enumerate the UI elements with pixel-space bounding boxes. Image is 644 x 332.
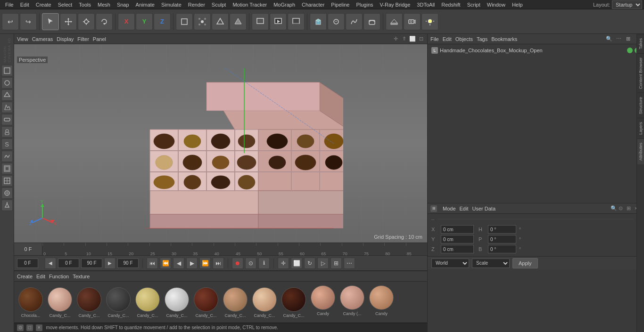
sidebar-btn-4[interactable] bbox=[1, 102, 13, 113]
obj-menu-file[interactable]: File bbox=[430, 36, 439, 42]
render-region-button[interactable] bbox=[252, 13, 269, 30]
attr-icon-2[interactable]: ⊙ bbox=[619, 205, 625, 212]
obj-visible-dot[interactable] bbox=[627, 48, 633, 53]
sidebar-btn-3[interactable] bbox=[1, 89, 13, 101]
obj-row-0[interactable]: L Handmade_Chocolates_Box_Mockup_Open bbox=[429, 46, 642, 55]
coord-z-pos[interactable] bbox=[441, 245, 474, 253]
coord-y-pos[interactable] bbox=[441, 235, 474, 243]
viewport-icon-3[interactable]: ⬜ bbox=[409, 36, 416, 42]
frame-indicator[interactable]: 0 F bbox=[14, 243, 42, 255]
menu-edit[interactable]: Edit bbox=[17, 0, 33, 9]
deform-button[interactable] bbox=[363, 13, 380, 30]
sidebar-btn-7[interactable]: S bbox=[1, 138, 13, 150]
material-item-1[interactable]: Candy_C... bbox=[46, 287, 74, 318]
obj-filter-icon[interactable]: ⋯ bbox=[615, 35, 622, 43]
menu-file[interactable]: File bbox=[2, 0, 17, 9]
sidebar-btn-9[interactable] bbox=[1, 163, 13, 174]
sidebar-btn-8[interactable] bbox=[1, 151, 13, 162]
pb-grid-tool[interactable]: ⊞ bbox=[330, 258, 342, 269]
move-button[interactable] bbox=[60, 13, 77, 30]
obj-menu-edit[interactable]: Edit bbox=[443, 36, 452, 42]
status-icon-1[interactable]: ⊙ bbox=[17, 324, 24, 331]
3d-scene[interactable]: Perspective X Y Z bbox=[14, 44, 427, 243]
cube-button[interactable] bbox=[310, 13, 327, 30]
sidebar-btn-1[interactable] bbox=[1, 65, 13, 76]
pb-play[interactable]: ▶ bbox=[186, 258, 198, 269]
status-icon-3[interactable]: × bbox=[36, 324, 42, 331]
pb-loop[interactable]: ⊙ bbox=[245, 258, 256, 269]
pb-next-frame[interactable]: ⏩ bbox=[199, 258, 211, 269]
mat-menu-edit[interactable]: Edit bbox=[36, 274, 45, 279]
menu-select[interactable]: Select bbox=[55, 0, 76, 9]
timeline[interactable]: 0 F 051015202530354045505560657075808590 bbox=[14, 243, 427, 256]
rotate-button[interactable] bbox=[96, 13, 113, 30]
render-button[interactable] bbox=[288, 13, 305, 30]
viewport[interactable]: View Cameras Display Filter Panel ✛ ⇑ ⬜ … bbox=[14, 34, 427, 243]
pb-play-back[interactable]: ◀ bbox=[173, 258, 184, 269]
menu-mograph[interactable]: MoGraph bbox=[270, 0, 298, 9]
menu-motion-tracker[interactable]: Motion Tracker bbox=[229, 0, 270, 9]
viewport-icon-4[interactable]: ⊡ bbox=[418, 36, 424, 42]
material-item-5[interactable]: Candy_C... bbox=[163, 287, 190, 318]
vtab-layers[interactable]: Layers bbox=[637, 118, 644, 138]
material-item-r2-0[interactable]: Candy bbox=[309, 285, 337, 316]
menu-tools[interactable]: Tools bbox=[75, 0, 94, 9]
mat-menu-create[interactable]: Create bbox=[17, 274, 33, 279]
menu-snap[interactable]: Snap bbox=[114, 0, 132, 9]
vtab-attributes[interactable]: Attributes bbox=[637, 138, 644, 164]
edge-mode-button[interactable] bbox=[212, 13, 229, 30]
layout-select[interactable]: Startup bbox=[612, 0, 642, 9]
pb-play2[interactable]: ▷ bbox=[317, 258, 329, 269]
obj-search-icon[interactable]: 🔍 bbox=[605, 35, 613, 43]
point-mode-button[interactable] bbox=[194, 13, 211, 30]
viewport-icon-1[interactable]: ✛ bbox=[392, 36, 399, 42]
material-item-6[interactable]: Candy_C... bbox=[192, 287, 220, 318]
coord-h-rot[interactable] bbox=[488, 225, 516, 234]
menu-animate[interactable]: Animate bbox=[132, 0, 158, 9]
viewport-menu-view[interactable]: View bbox=[17, 36, 28, 42]
mat-menu-texture[interactable]: Texture bbox=[73, 274, 90, 279]
scale-select[interactable]: ScaleMoveRotate bbox=[472, 259, 510, 268]
menu-vray[interactable]: V-Ray Bridge bbox=[377, 0, 414, 9]
pb-info[interactable]: ℹ bbox=[258, 258, 270, 269]
obj-menu-objects[interactable]: Objects bbox=[455, 36, 473, 42]
axis-x-button[interactable]: X bbox=[118, 13, 135, 30]
menu-character[interactable]: Character bbox=[298, 0, 328, 9]
obj-menu-tags[interactable]: Tags bbox=[477, 36, 487, 42]
sidebar-btn-6[interactable] bbox=[1, 126, 13, 138]
vtab-takes[interactable]: Takes bbox=[637, 34, 644, 53]
select-live-button[interactable] bbox=[42, 13, 59, 30]
material-item-8[interactable]: Candy_C... bbox=[251, 287, 278, 318]
world-select[interactable]: WorldObjectCamera bbox=[431, 259, 469, 268]
polygon-mode-button[interactable] bbox=[230, 13, 247, 30]
axis-z-button[interactable]: Z bbox=[154, 13, 171, 30]
viewport-menu-filter[interactable]: Filter bbox=[77, 36, 89, 42]
material-item-4[interactable]: Candy_C... bbox=[134, 287, 161, 318]
viewport-menu-panel[interactable]: Panel bbox=[93, 36, 106, 42]
mat-menu-function[interactable]: Function bbox=[49, 274, 69, 279]
obj-menu-bookmarks[interactable]: Bookmarks bbox=[491, 36, 517, 42]
object-mode-button[interactable] bbox=[176, 13, 193, 30]
pb-frame-tool[interactable]: ⬜ bbox=[291, 258, 302, 269]
material-item-0[interactable]: Chocola... bbox=[17, 287, 44, 318]
menu-redshift[interactable]: Redshift bbox=[438, 0, 463, 9]
viewport-icon-2[interactable]: ⇑ bbox=[401, 36, 407, 42]
sidebar-btn-5[interactable] bbox=[1, 114, 13, 125]
axis-y-button[interactable]: Y bbox=[136, 13, 153, 30]
pen-button[interactable] bbox=[328, 13, 345, 30]
menu-window[interactable]: Window bbox=[484, 0, 509, 9]
sidebar-btn-12[interactable] bbox=[1, 200, 13, 211]
apply-button[interactable]: Apply bbox=[512, 258, 538, 268]
pb-record[interactable]: ⏺ bbox=[232, 258, 243, 269]
pb-prev-frame[interactable]: ⏪ bbox=[160, 258, 171, 269]
material-item-9[interactable]: Candy_C... bbox=[280, 287, 307, 318]
pb-move-tool[interactable]: ✛ bbox=[278, 258, 289, 269]
menu-plugins[interactable]: Plugins bbox=[353, 0, 376, 9]
vtab-structure[interactable]: Structure bbox=[637, 93, 644, 118]
material-item-2[interactable]: Candy_C... bbox=[75, 287, 103, 318]
coord-x-pos[interactable] bbox=[441, 225, 474, 234]
viewport-menu-cameras[interactable]: Cameras bbox=[32, 36, 53, 42]
render-view-button[interactable] bbox=[270, 13, 287, 30]
pb-more[interactable]: ⋯ bbox=[344, 258, 355, 269]
menu-render[interactable]: Render bbox=[185, 0, 208, 9]
